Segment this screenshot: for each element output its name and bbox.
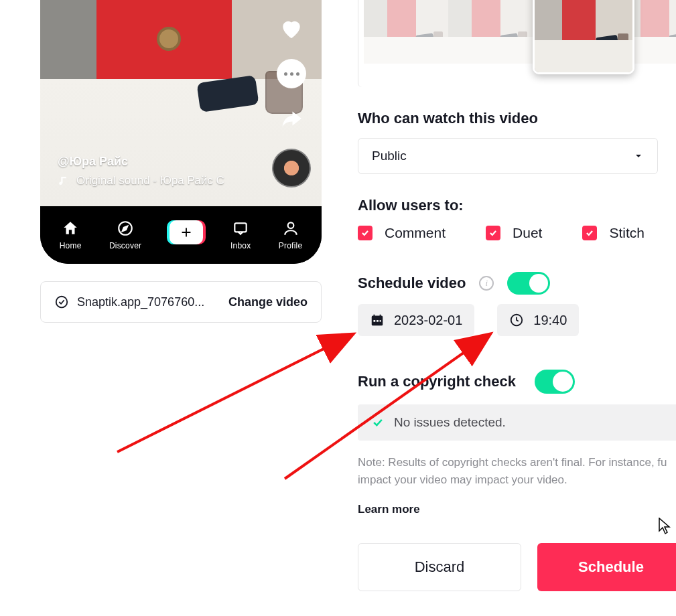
allow-duet-label: Duet [513,225,542,241]
cover-thumb-selected[interactable] [533,0,634,74]
share-icon[interactable] [277,104,306,133]
discard-button[interactable]: Discard [358,543,521,591]
schedule-title: Schedule video [358,275,466,292]
tab-inbox[interactable]: Inbox [230,220,251,250]
svg-point-3 [56,297,68,308]
tab-home[interactable]: Home [60,220,82,250]
phone-tabbar: Home Discover Inbox Profile [40,206,322,264]
copyright-note: Note: Results of copyright checks aren't… [358,454,676,488]
profile-icon [282,220,299,237]
tab-discover[interactable]: Discover [109,220,141,250]
allow-comment-label: Comment [385,225,446,241]
allow-title: Allow users to: [358,197,676,214]
phone-preview-column: @Юра Райс Original sound - Юра Райс С Ho… [40,0,322,264]
schedule-button[interactable]: Schedule [537,543,676,591]
sound-avatar[interactable] [272,149,311,187]
schedule-toggle[interactable] [507,272,550,295]
cover-thumbnails[interactable] [358,0,676,87]
sound-name[interactable]: Original sound - Юра Райс С [76,174,224,187]
check-icon [360,228,370,238]
check-circle-icon [54,295,69,309]
change-video-link[interactable]: Change video [228,295,308,309]
music-note-icon [58,175,70,187]
tab-profile[interactable]: Profile [279,220,302,250]
privacy-selected-value: Public [372,149,407,163]
copyright-toggle[interactable] [535,370,575,394]
svg-rect-6 [374,320,376,322]
check-icon [585,228,594,238]
video-action-rail [272,15,311,187]
info-icon[interactable]: i [479,276,494,291]
cover-thumb[interactable] [364,0,448,64]
compass-icon [117,220,134,237]
phone-screen: @Юра Райс Original sound - Юра Райс С [40,0,322,206]
time-value: 19:40 [533,313,567,328]
allow-duet-checkbox[interactable]: Duet [486,225,542,241]
plus-icon [179,225,194,240]
svg-rect-1 [235,223,247,232]
svg-line-10 [117,335,352,452]
comment-icon[interactable] [277,59,306,88]
svg-rect-7 [377,320,379,322]
date-value: 2023-02-01 [394,313,462,328]
inbox-icon [232,220,249,237]
clock-icon [509,313,524,327]
video-overlay-text: @Юра Райс Original sound - Юра Райс С [58,155,224,187]
settings-column: Who can watch this video Public Allow us… [358,0,676,591]
allow-comment-checkbox[interactable]: Comment [358,225,446,241]
cover-thumb[interactable] [448,0,533,64]
calendar-icon [370,313,385,327]
privacy-title: Who can watch this video [358,110,676,127]
like-icon[interactable] [277,15,306,43]
svg-rect-8 [380,320,381,322]
file-row: Snaptik.app_7076760... Change video [40,281,322,323]
file-name: Snaptik.app_7076760... [77,295,204,309]
copyright-title: Run a copyright check [358,373,516,390]
copyright-result: No issues detected. [358,404,676,441]
check-icon [488,228,498,238]
copyright-result-text: No issues detected. [394,415,506,430]
privacy-select[interactable]: Public [358,138,658,174]
video-prop-watch [157,27,181,51]
tab-create[interactable] [170,220,203,244]
allow-stitch-checkbox[interactable]: Stitch [582,225,645,241]
phone-frame: @Юра Райс Original sound - Юра Райс С Ho… [40,0,322,264]
mouse-cursor-icon [659,518,672,535]
date-picker[interactable]: 2023-02-01 [358,304,474,336]
time-picker[interactable]: 19:40 [497,304,579,336]
chevron-down-icon [633,151,644,161]
svg-point-2 [287,222,293,228]
home-icon [62,220,79,237]
check-icon [371,416,385,429]
learn-more-link[interactable]: Learn more [358,503,676,516]
allow-stitch-label: Stitch [609,225,645,241]
user-handle[interactable]: @Юра Райс [58,155,224,169]
